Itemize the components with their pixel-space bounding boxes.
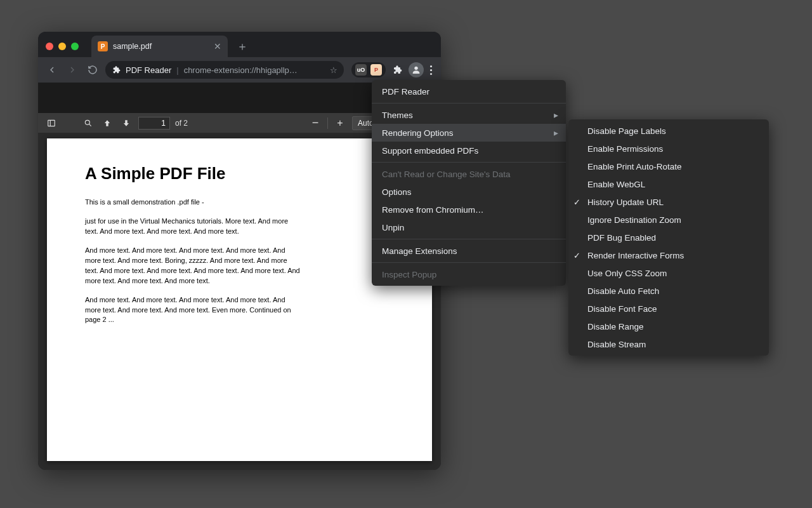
addressbar-extension-name: PDF Reader bbox=[126, 65, 171, 75]
browser-tab[interactable]: P sample.pdf ✕ bbox=[91, 36, 228, 57]
submenu-item[interactable]: Ignore Destination Zoom bbox=[568, 211, 769, 229]
page-total-label: of 2 bbox=[175, 119, 188, 128]
svg-point-0 bbox=[414, 67, 417, 70]
tab-favicon-icon: P bbox=[98, 41, 108, 51]
sidebar-toggle-button[interactable] bbox=[44, 116, 58, 130]
menu-divider bbox=[372, 103, 566, 104]
submenu-item-label: PDF Bug Enabled bbox=[587, 233, 656, 243]
pdf-reader-extension-icon[interactable]: P bbox=[370, 64, 382, 76]
extension-context-menu: PDF Reader Themes ▸ Rendering Options ▸ … bbox=[372, 80, 566, 286]
submenu-item[interactable]: Disable Auto Fetch bbox=[568, 282, 769, 300]
pdf-paragraph: And more text. And more text. And more t… bbox=[85, 295, 301, 326]
zoom-in-button[interactable]: + bbox=[333, 116, 347, 130]
zoom-out-button[interactable]: − bbox=[308, 116, 322, 130]
menu-divider bbox=[372, 239, 566, 239]
submenu-item-label: Enable WebGL bbox=[587, 180, 645, 189]
menu-item-themes[interactable]: Themes ▸ bbox=[372, 106, 566, 124]
browser-toolbar: PDF Reader | chrome-extension://hhigapll… bbox=[38, 57, 441, 83]
submenu-item-label: Ignore Destination Zoom bbox=[587, 215, 681, 225]
menu-item-remove-from-chromium[interactable]: Remove from Chromium… bbox=[372, 201, 566, 218]
submenu-item[interactable]: PDF Bug Enabled bbox=[568, 229, 769, 246]
submenu-item[interactable]: Enable Print Auto-Rotate bbox=[568, 157, 769, 175]
menu-divider bbox=[372, 262, 566, 263]
submenu-item[interactable]: Disable Range bbox=[568, 318, 769, 335]
menu-item-label: Themes bbox=[382, 110, 413, 120]
profile-avatar-icon[interactable] bbox=[409, 62, 424, 77]
tab-title: sample.pdf bbox=[113, 42, 152, 51]
window-controls bbox=[46, 43, 79, 50]
submenu-item[interactable]: Disable Font Face bbox=[568, 300, 769, 318]
submenu-item[interactable]: Enable WebGL bbox=[568, 175, 769, 193]
forward-button[interactable] bbox=[65, 62, 80, 77]
pdf-paragraph: And more text. And more text. And more t… bbox=[85, 246, 301, 286]
submenu-item-label: Disable Stream bbox=[587, 340, 646, 349]
next-page-button[interactable] bbox=[119, 116, 133, 130]
submenu-item-label: Disable Auto Fetch bbox=[587, 286, 659, 296]
submenu-item-label: History Update URL bbox=[587, 197, 664, 207]
maximize-window-button[interactable] bbox=[71, 43, 79, 50]
reload-button[interactable] bbox=[85, 62, 100, 77]
pdf-document-title: A Simple PDF File bbox=[85, 164, 394, 184]
submenu-item-label: Disable Page Labels bbox=[587, 126, 666, 136]
submenu-item-label: Disable Range bbox=[587, 322, 644, 331]
pdf-paragraph: just for use in the Virtual Mechanics tu… bbox=[85, 217, 301, 237]
addressbar-separator: | bbox=[176, 65, 178, 75]
extension-pill: uO P bbox=[351, 62, 386, 77]
rendering-options-submenu: Disable Page LabelsEnable PermissionsEna… bbox=[568, 119, 769, 356]
menu-item-label: Rendering Options bbox=[382, 128, 454, 138]
menu-item-unpin[interactable]: Unpin bbox=[372, 218, 566, 236]
menu-item-support-embedded-pdfs[interactable]: Support embedded PDFs bbox=[372, 142, 566, 159]
ublock-extension-icon[interactable]: uO bbox=[355, 64, 367, 76]
pdf-paragraph: This is a small demonstration .pdf file … bbox=[85, 197, 301, 208]
submenu-item[interactable]: ✓History Update URL bbox=[568, 193, 769, 211]
menu-divider bbox=[372, 162, 566, 163]
menu-item-options[interactable]: Options bbox=[372, 183, 566, 201]
extension-puzzle-icon bbox=[112, 65, 121, 74]
svg-point-3 bbox=[85, 120, 89, 124]
browser-menu-button[interactable] bbox=[428, 63, 435, 77]
submenu-item[interactable]: Disable Stream bbox=[568, 335, 769, 353]
submenu-item-label: Use Only CSS Zoom bbox=[587, 269, 667, 278]
close-window-button[interactable] bbox=[46, 43, 53, 50]
chevron-right-icon: ▸ bbox=[554, 128, 558, 138]
menu-item-manage-extensions[interactable]: Manage Extensions bbox=[372, 242, 566, 260]
extension-icons: uO P bbox=[351, 62, 435, 77]
address-bar[interactable]: PDF Reader | chrome-extension://hhigapll… bbox=[105, 61, 344, 79]
page-number-input[interactable] bbox=[138, 117, 170, 130]
check-icon: ✓ bbox=[573, 251, 580, 260]
bookmark-star-icon[interactable]: ☆ bbox=[330, 65, 337, 75]
chevron-right-icon: ▸ bbox=[554, 110, 558, 120]
svg-line-4 bbox=[89, 124, 91, 126]
find-button[interactable] bbox=[81, 116, 95, 130]
submenu-item[interactable]: ✓Render Interactive Forms bbox=[568, 246, 769, 264]
submenu-item[interactable]: Use Only CSS Zoom bbox=[568, 264, 769, 282]
svg-rect-1 bbox=[48, 120, 55, 126]
new-tab-button[interactable]: ＋ bbox=[237, 39, 248, 54]
back-button[interactable] bbox=[44, 62, 60, 77]
tab-strip: P sample.pdf ✕ ＋ bbox=[38, 32, 441, 57]
minimize-window-button[interactable] bbox=[58, 43, 66, 50]
submenu-item-label: Enable Print Auto-Rotate bbox=[587, 162, 682, 171]
check-icon: ✓ bbox=[573, 197, 580, 207]
submenu-item-label: Disable Font Face bbox=[587, 304, 657, 314]
previous-page-button[interactable] bbox=[100, 116, 114, 130]
extensions-button[interactable] bbox=[390, 62, 405, 77]
menu-item-cant-read: Can't Read or Change Site's Data bbox=[372, 165, 566, 183]
submenu-item-label: Enable Permissions bbox=[587, 144, 663, 154]
submenu-item[interactable]: Enable Permissions bbox=[568, 140, 769, 157]
menu-header-pdf-reader[interactable]: PDF Reader bbox=[372, 83, 566, 100]
menu-item-inspect-popup: Inspect Popup bbox=[372, 265, 566, 283]
submenu-item[interactable]: Disable Page Labels bbox=[568, 122, 769, 140]
menu-item-rendering-options[interactable]: Rendering Options ▸ bbox=[372, 124, 566, 142]
close-tab-button[interactable]: ✕ bbox=[214, 41, 221, 51]
submenu-item-label: Render Interactive Forms bbox=[587, 251, 684, 260]
addressbar-url: chrome-extension://hhigapllp… bbox=[184, 65, 298, 75]
